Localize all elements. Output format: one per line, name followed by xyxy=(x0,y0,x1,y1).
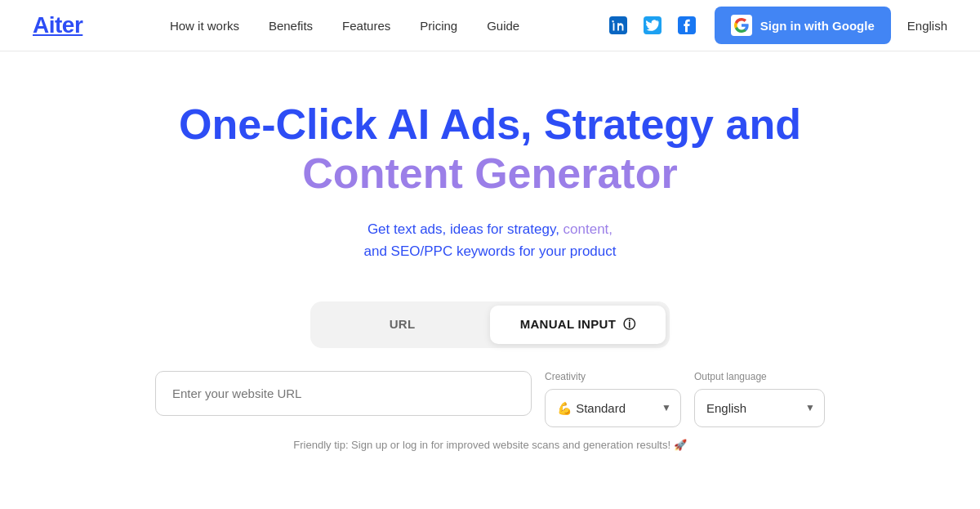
sign-in-label: Sign in with Google xyxy=(760,19,875,33)
hero-title: One-Click AI Ads, Strategy and Content G… xyxy=(122,100,858,199)
header: Aiter How it works Benefits Features Pri… xyxy=(0,0,980,51)
hero-subtitle: Get text ads, ideas for strategy, conten… xyxy=(364,218,617,262)
logo[interactable]: Aiter xyxy=(33,12,82,38)
facebook-icon[interactable] xyxy=(675,14,698,37)
tabs-container: URL MANUAL INPUT ⓘ xyxy=(310,301,670,348)
input-row: Creativity 💪 Standard ✨ Creative 🎯 Conse… xyxy=(155,371,825,427)
nav-benefits[interactable]: Benefits xyxy=(269,19,313,33)
subtitle-line2: and SEO/PPC keywords for your product xyxy=(364,243,617,259)
tab-manual-input[interactable]: MANUAL INPUT ⓘ xyxy=(490,306,666,344)
nav-features[interactable]: Features xyxy=(342,19,390,33)
hero-title-blue: One-Click AI Ads, Strategy and xyxy=(179,100,801,148)
nav-how-it-works[interactable]: How it works xyxy=(170,19,239,33)
creativity-wrapper: Creativity 💪 Standard ✨ Creative 🎯 Conse… xyxy=(545,371,681,427)
creativity-select-wrapper: 💪 Standard ✨ Creative 🎯 Conservative ▼ xyxy=(545,389,681,427)
sign-in-button[interactable]: Sign in with Google xyxy=(715,7,891,44)
subtitle-content: content, xyxy=(559,221,612,237)
creativity-select[interactable]: 💪 Standard ✨ Creative 🎯 Conservative xyxy=(545,389,681,427)
header-right: Sign in with Google English xyxy=(607,7,947,44)
linkedin-icon[interactable] xyxy=(607,14,630,37)
output-language-select-wrapper: English Spanish French German Italian Po… xyxy=(694,389,825,427)
subtitle-line1: Get text ads, ideas for strategy, xyxy=(368,221,559,237)
output-language-wrapper: Output language English Spanish French G… xyxy=(694,371,825,427)
main-nav: How it works Benefits Features Pricing G… xyxy=(170,19,519,33)
creativity-label: Creativity xyxy=(545,371,681,382)
social-icons xyxy=(607,14,698,37)
nav-guide[interactable]: Guide xyxy=(487,19,519,33)
url-input[interactable] xyxy=(155,371,532,416)
main-content: One-Click AI Ads, Strategy and Content G… xyxy=(0,51,980,451)
friendly-tip: Friendly tip: Sign up or log in for impr… xyxy=(293,439,686,451)
twitter-icon[interactable] xyxy=(641,14,664,37)
hero-title-purple: Content Generator xyxy=(302,150,677,197)
nav-pricing[interactable]: Pricing xyxy=(420,19,457,33)
output-language-select[interactable]: English Spanish French German Italian Po… xyxy=(694,389,825,427)
tab-url[interactable]: URL xyxy=(314,306,490,344)
language-selector[interactable]: English xyxy=(907,19,947,33)
output-language-label: Output language xyxy=(694,371,825,382)
url-input-wrapper xyxy=(155,371,532,416)
google-icon xyxy=(731,15,752,36)
